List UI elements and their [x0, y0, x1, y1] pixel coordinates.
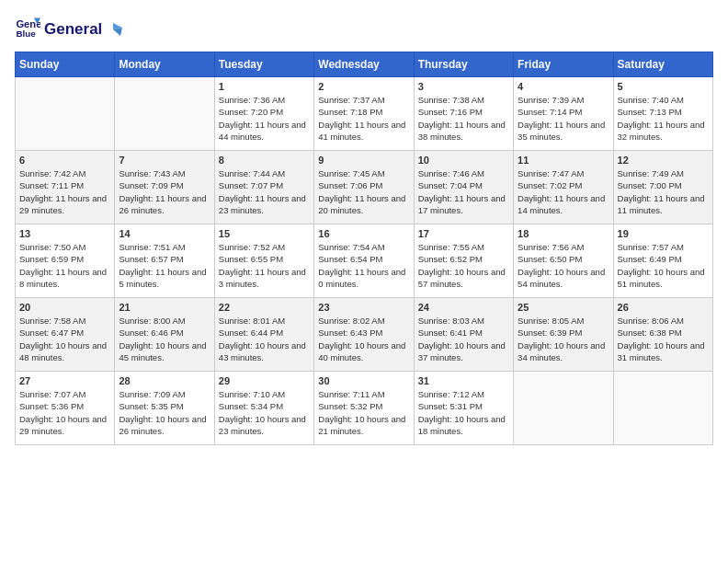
sunrise-text: Sunrise: 7:40 AM — [618, 95, 684, 105]
sunrise-text: Sunrise: 8:03 AM — [418, 316, 484, 326]
day-info: Sunrise: 7:55 AMSunset: 6:52 PMDaylight:… — [418, 241, 509, 290]
sunset-text: Sunset: 6:49 PM — [618, 254, 682, 264]
sunrise-text: Sunrise: 7:39 AM — [518, 95, 584, 105]
sunset-text: Sunset: 7:20 PM — [219, 107, 283, 117]
logo: General Blue General — [15, 15, 122, 40]
sunrise-text: Sunrise: 8:02 AM — [318, 316, 384, 326]
column-header-sunday: Sunday — [16, 52, 115, 77]
sunrise-text: Sunrise: 7:44 AM — [219, 168, 285, 178]
day-number: 27 — [19, 375, 110, 386]
day-info: Sunrise: 7:57 AMSunset: 6:49 PMDaylight:… — [618, 241, 709, 290]
sunrise-text: Sunrise: 7:09 AM — [119, 389, 185, 399]
logo-general: General — [44, 20, 102, 39]
calendar-cell: 3Sunrise: 7:38 AMSunset: 7:16 PMDaylight… — [414, 77, 513, 151]
calendar-cell: 20Sunrise: 7:58 AMSunset: 6:47 PMDayligh… — [16, 298, 115, 372]
sunrise-text: Sunrise: 7:56 AM — [518, 242, 584, 252]
calendar-cell: 9Sunrise: 7:45 AMSunset: 7:06 PMDaylight… — [314, 151, 414, 224]
day-number: 8 — [219, 155, 310, 166]
day-info: Sunrise: 8:06 AMSunset: 6:38 PMDaylight:… — [618, 315, 709, 363]
column-header-saturday: Saturday — [613, 52, 712, 77]
day-info: Sunrise: 7:58 AMSunset: 6:47 PMDaylight:… — [19, 315, 110, 363]
day-number: 17 — [418, 228, 509, 239]
calendar-cell — [115, 77, 214, 151]
sunset-text: Sunset: 7:02 PM — [518, 180, 582, 190]
sunrise-text: Sunrise: 7:46 AM — [418, 168, 484, 178]
day-info: Sunrise: 7:44 AMSunset: 7:07 PMDaylight:… — [219, 167, 310, 216]
sunset-text: Sunset: 7:07 PM — [219, 180, 283, 190]
daylight-text: Daylight: 11 hours and 5 minutes. — [119, 267, 206, 289]
daylight-text: Daylight: 10 hours and 37 minutes. — [418, 340, 506, 362]
sunset-text: Sunset: 5:31 PM — [418, 401, 483, 411]
column-header-thursday: Thursday — [414, 52, 513, 77]
day-number: 5 — [618, 81, 709, 92]
sunrise-text: Sunrise: 7:37 AM — [318, 95, 384, 105]
daylight-text: Daylight: 10 hours and 51 minutes. — [618, 267, 705, 289]
day-number: 2 — [318, 81, 409, 92]
sunset-text: Sunset: 6:44 PM — [219, 327, 283, 338]
day-info: Sunrise: 7:52 AMSunset: 6:55 PMDaylight:… — [219, 241, 310, 290]
calendar-cell: 18Sunrise: 7:56 AMSunset: 6:50 PMDayligh… — [514, 224, 613, 298]
sunset-text: Sunset: 7:18 PM — [318, 107, 382, 117]
daylight-text: Daylight: 11 hours and 35 minutes. — [518, 120, 605, 142]
sunset-text: Sunset: 7:06 PM — [318, 180, 382, 190]
sunrise-text: Sunrise: 7:50 AM — [19, 242, 85, 252]
sunrise-text: Sunrise: 7:51 AM — [119, 242, 185, 252]
day-number: 11 — [518, 155, 609, 166]
sunset-text: Sunset: 6:43 PM — [318, 327, 382, 338]
day-number: 24 — [418, 302, 509, 313]
day-number: 19 — [618, 228, 709, 239]
sunset-text: Sunset: 6:59 PM — [19, 254, 84, 264]
day-info: Sunrise: 7:11 AMSunset: 5:32 PMDaylight:… — [318, 388, 409, 437]
calendar-cell: 15Sunrise: 7:52 AMSunset: 6:55 PMDayligh… — [214, 224, 313, 298]
sunset-text: Sunset: 7:11 PM — [19, 180, 84, 190]
day-info: Sunrise: 7:36 AMSunset: 7:20 PMDaylight:… — [219, 94, 310, 143]
day-info: Sunrise: 8:01 AMSunset: 6:44 PMDaylight:… — [219, 315, 310, 363]
day-info: Sunrise: 7:45 AMSunset: 7:06 PMDaylight:… — [318, 167, 409, 216]
day-number: 29 — [219, 375, 310, 386]
daylight-text: Daylight: 10 hours and 57 minutes. — [418, 267, 506, 289]
sunrise-text: Sunrise: 7:10 AM — [219, 389, 285, 399]
daylight-text: Daylight: 10 hours and 31 minutes. — [618, 340, 705, 362]
day-number: 16 — [318, 228, 409, 239]
day-info: Sunrise: 7:49 AMSunset: 7:00 PMDaylight:… — [618, 167, 709, 216]
day-number: 18 — [518, 228, 609, 239]
calendar-cell: 1Sunrise: 7:36 AMSunset: 7:20 PMDaylight… — [214, 77, 313, 151]
daylight-text: Daylight: 10 hours and 26 minutes. — [119, 414, 206, 436]
daylight-text: Daylight: 10 hours and 43 minutes. — [219, 340, 306, 362]
sunset-text: Sunset: 7:09 PM — [119, 180, 183, 190]
day-info: Sunrise: 8:00 AMSunset: 6:46 PMDaylight:… — [119, 315, 210, 363]
day-info: Sunrise: 7:39 AMSunset: 7:14 PMDaylight:… — [518, 94, 609, 143]
sunset-text: Sunset: 5:34 PM — [219, 401, 283, 411]
sunset-text: Sunset: 6:54 PM — [318, 254, 382, 264]
day-number: 20 — [19, 302, 110, 313]
day-info: Sunrise: 7:43 AMSunset: 7:09 PMDaylight:… — [119, 167, 210, 216]
day-info: Sunrise: 7:56 AMSunset: 6:50 PMDaylight:… — [518, 241, 609, 290]
calendar-table: SundayMondayTuesdayWednesdayThursdayFrid… — [15, 52, 713, 445]
day-number: 9 — [318, 155, 409, 166]
sunrise-text: Sunrise: 7:42 AM — [19, 168, 85, 178]
calendar-cell: 12Sunrise: 7:49 AMSunset: 7:00 PMDayligh… — [613, 151, 712, 224]
sunset-text: Sunset: 6:39 PM — [518, 327, 582, 338]
daylight-text: Daylight: 11 hours and 23 minutes. — [219, 193, 306, 215]
day-number: 28 — [119, 375, 210, 386]
day-info: Sunrise: 7:37 AMSunset: 7:18 PMDaylight:… — [318, 94, 409, 143]
calendar-cell: 17Sunrise: 7:55 AMSunset: 6:52 PMDayligh… — [414, 224, 513, 298]
sunrise-text: Sunrise: 7:43 AM — [119, 168, 185, 178]
day-number: 13 — [19, 228, 110, 239]
sunrise-text: Sunrise: 8:06 AM — [618, 316, 684, 326]
daylight-text: Daylight: 11 hours and 14 minutes. — [518, 193, 605, 215]
sunset-text: Sunset: 7:13 PM — [618, 107, 682, 117]
daylight-text: Daylight: 11 hours and 26 minutes. — [119, 193, 206, 215]
sunset-text: Sunset: 6:52 PM — [418, 254, 483, 264]
calendar-week-5: 27Sunrise: 7:07 AMSunset: 5:36 PMDayligh… — [16, 372, 713, 445]
day-info: Sunrise: 8:02 AMSunset: 6:43 PMDaylight:… — [318, 315, 409, 363]
calendar-cell: 23Sunrise: 8:02 AMSunset: 6:43 PMDayligh… — [314, 298, 414, 372]
daylight-text: Daylight: 11 hours and 17 minutes. — [418, 193, 506, 215]
sunset-text: Sunset: 7:16 PM — [418, 107, 483, 117]
day-info: Sunrise: 7:42 AMSunset: 7:11 PMDaylight:… — [19, 167, 110, 216]
sunset-text: Sunset: 5:35 PM — [119, 401, 183, 411]
sunrise-text: Sunrise: 7:54 AM — [318, 242, 384, 252]
calendar-cell: 8Sunrise: 7:44 AMSunset: 7:07 PMDaylight… — [214, 151, 313, 224]
day-number: 14 — [119, 228, 210, 239]
calendar-cell: 24Sunrise: 8:03 AMSunset: 6:41 PMDayligh… — [414, 298, 513, 372]
